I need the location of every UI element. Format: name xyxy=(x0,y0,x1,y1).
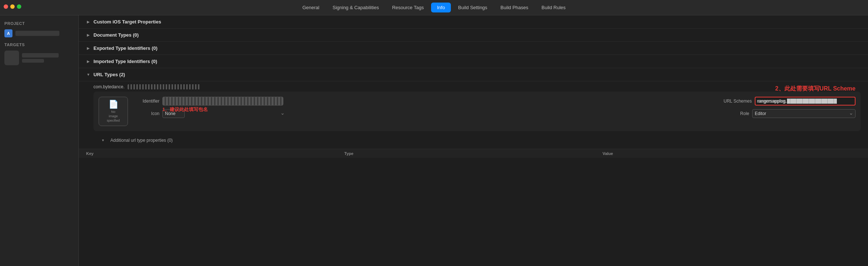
targets-section-label: TARGETS xyxy=(0,39,78,49)
sidebar: PROJECT A TARGETS xyxy=(0,15,79,266)
sidebar-item-project[interactable]: A xyxy=(0,28,78,39)
right-fields: 2、此处需要填写URL Scheme URL Schemes rangersap… xyxy=(724,97,856,126)
tab-build-settings[interactable]: Build Settings xyxy=(452,3,493,12)
project-icon: A xyxy=(4,29,12,37)
key-col-header: Key xyxy=(86,151,344,156)
table-header-row: Key Type Value xyxy=(79,149,868,158)
section-title-custom-ios: Custom iOS Target Properties xyxy=(93,19,161,25)
section-title-exported: Exported Type Identifiers (0) xyxy=(93,45,158,51)
value-col-header: Value xyxy=(603,151,861,156)
section-custom-ios[interactable]: ▶ Custom iOS Target Properties xyxy=(79,15,868,29)
tab-bar: General Signing & Capabilities Resource … xyxy=(0,0,868,15)
tab-resource-tags[interactable]: Resource Tags xyxy=(386,3,430,12)
role-select[interactable]: Editor xyxy=(752,109,856,118)
url-type-header-row: com.bytedance. xyxy=(93,81,861,92)
icon-select[interactable]: None xyxy=(162,109,185,118)
chevron-right-icon-2: ▶ xyxy=(86,33,91,37)
tab-build-phases[interactable]: Build Phases xyxy=(494,3,534,12)
url-types-content: com.bytedance. 📄 Noimagespecified Identi… xyxy=(79,81,868,149)
com-prefix: com.bytedance. xyxy=(93,84,125,89)
tab-info[interactable]: Info xyxy=(431,3,451,12)
section-exported-types[interactable]: ▶ Exported Type Identifiers (0) xyxy=(79,42,868,55)
section-url-types[interactable]: ▼ URL Types (2) xyxy=(79,68,868,81)
section-title-doc-types: Document Types (0) xyxy=(93,32,139,38)
url-schemes-row: URL Schemes rangersapplog. xyxy=(724,97,856,106)
role-row: Role Editor xyxy=(724,109,856,118)
document-icon: 📄 xyxy=(108,100,118,109)
type-col-header: Type xyxy=(344,151,602,156)
project-name xyxy=(15,31,59,36)
main-layout: PROJECT A TARGETS ▶ Custom iOS Target Pr… xyxy=(0,15,868,266)
section-title-imported: Imported Type Identifiers (0) xyxy=(93,59,157,64)
url-type-fields: Identifier 1、建议此处填写包名 Icon None xyxy=(134,97,718,126)
additional-props-label: Additional url type properties (0) xyxy=(110,138,173,143)
url-schemes-input[interactable] xyxy=(755,97,856,106)
additional-props-row[interactable]: ▼ Additional url type properties (0) xyxy=(93,135,861,143)
target-name xyxy=(22,53,59,58)
additional-chevron-icon: ▼ xyxy=(101,138,105,143)
identifier-row: Identifier 1、建议此处填写包名 xyxy=(134,97,718,106)
section-document-types[interactable]: ▶ Document Types (0) xyxy=(79,29,868,42)
target-icon xyxy=(4,51,19,65)
target-sub xyxy=(22,59,44,63)
chevron-right-icon-4: ▶ xyxy=(86,59,91,64)
sidebar-item-target[interactable] xyxy=(0,49,78,67)
chevron-right-icon-3: ▶ xyxy=(86,46,91,51)
close-button[interactable] xyxy=(4,4,8,9)
role-label: Role xyxy=(724,111,749,116)
tab-build-rules[interactable]: Build Rules xyxy=(536,3,571,12)
no-image-box: 📄 Noimagespecified xyxy=(99,97,128,126)
identifier-label: Identifier xyxy=(134,99,159,104)
maximize-button[interactable] xyxy=(17,4,21,9)
project-section-label: PROJECT xyxy=(0,20,78,28)
role-select-wrapper[interactable]: Editor xyxy=(752,109,856,118)
minimize-button[interactable] xyxy=(10,4,15,9)
icon-select-wrapper[interactable]: None xyxy=(162,109,287,118)
url-schemes-label: URL Schemes xyxy=(724,99,752,104)
section-title-url-types: URL Types (2) xyxy=(93,72,125,77)
tab-signing[interactable]: Signing & Capabilities xyxy=(327,3,385,12)
url-type-card: 📄 Noimagespecified Identifier 1、建议此处填写包名… xyxy=(93,92,861,131)
tab-general[interactable]: General xyxy=(297,3,325,12)
no-image-label: Noimagespecified xyxy=(107,110,120,123)
icon-label: Icon xyxy=(134,111,159,116)
chevron-right-icon: ▶ xyxy=(86,20,91,24)
identifier-input[interactable] xyxy=(162,97,283,106)
content-area: ▶ Custom iOS Target Properties ▶ Documen… xyxy=(79,15,868,266)
section-imported-types[interactable]: ▶ Imported Type Identifiers (0) xyxy=(79,55,868,68)
icon-field-row: Icon None xyxy=(134,109,718,118)
chevron-down-icon: ▼ xyxy=(86,73,91,77)
blurred-bundleid xyxy=(128,84,201,89)
